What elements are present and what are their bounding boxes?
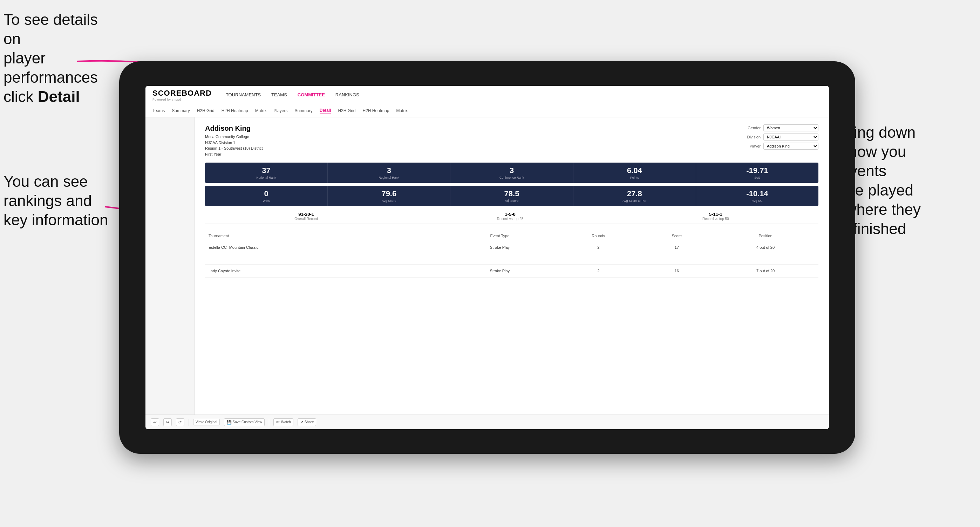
record-top25-value: 1-5-0 [497,212,523,217]
tab-summary2[interactable]: Summary [294,108,312,114]
stat-avg-score-par: 27.8 Avg Score to Par [573,186,696,206]
stats-row2: 0 Wins 79.6 Avg Score 78.5 Adj Score 27.… [205,186,818,206]
stat-points: 6.04 Points [573,163,696,183]
nav-teams[interactable]: TEAMS [271,90,287,99]
app-header: SCOREBOARD Powered by clippd TOURNAMENTS… [145,86,829,104]
stat-value-conference-rank: 3 [453,166,570,175]
save-custom-view-button[interactable]: 💾 Save Custom View [224,418,265,426]
share-button[interactable]: ↗ Share [298,418,317,426]
refresh-icon: ⟳ [178,420,182,425]
nav-committee[interactable]: COMMITTEE [298,90,325,99]
col-rounds: Rounds [556,231,641,241]
stat-adj-score: 78.5 Adj Score [450,186,573,206]
cell-score-1: 17 [641,241,713,254]
player-select[interactable]: Addison King [764,143,818,149]
main-content: Addison King Mesa Community College NJCA… [145,117,829,414]
cell-empty [205,254,818,265]
player-region: Region 1 - Southwest (18) District [205,145,262,151]
tablet-frame: SCOREBOARD Powered by clippd TOURNAMENTS… [119,61,855,454]
tab-teams[interactable]: Teams [153,108,165,114]
tab-matrix2[interactable]: Matrix [396,108,408,114]
cell-tournament-3: Lady Coyote Invite [205,265,444,278]
stat-label-points: Points [576,176,693,179]
player-label: Player [741,144,760,148]
stat-label-avg-sg: Avg SG [699,199,816,203]
records-row: 91-20-1 Overall Record 1-5-0 Record vs t… [205,209,818,224]
cell-event-type-3: Stroke Play [444,265,556,278]
stat-value-avg-score-par: 27.8 [576,189,693,198]
save-icon: 💾 [226,420,232,425]
tournament-table: Tournament Event Type Rounds Score Posit… [205,231,818,278]
stat-value-avg-score: 79.6 [331,189,447,198]
tab-summary[interactable]: Summary [172,108,189,114]
bottom-toolbar: ↩ ↪ ⟳ View: Original 💾 Save Custom View … [145,414,829,429]
gender-row: Gender Women Men [741,124,818,132]
undo-button[interactable]: ↩ [151,418,159,426]
redo-icon: ↪ [166,420,169,425]
cell-tournament-1: Estella CC- Mountain Classic [205,241,444,254]
stat-conference-rank: 3 Conference Rank [450,163,573,183]
tab-h2h-grid[interactable]: H2H Grid [197,108,215,114]
stat-label-regional-rank: Regional Rank [331,176,447,179]
record-overall-label: Overall Record [294,217,318,221]
tab-players[interactable]: Players [274,108,287,114]
stat-label-conference-rank: Conference Rank [453,176,570,179]
record-top25-label: Record vs top 25 [497,217,523,221]
watch-button[interactable]: 👁 Watch [274,418,293,426]
view-original-button[interactable]: View: Original [193,419,220,425]
player-row: Player Addison King [741,143,818,149]
player-info-section: Addison King Mesa Community College NJCA… [205,124,818,157]
record-overall-value: 91-20-1 [294,212,318,217]
scoreboard-logo: SCOREBOARD Powered by clippd [153,89,212,101]
table-row [205,254,818,265]
sub-nav: Teams Summary H2H Grid H2H Heatmap Matri… [145,104,829,117]
record-top50-value: 5-11-1 [702,212,729,217]
division-select[interactable]: NJCAA I NJCAA II [764,133,818,141]
share-label: Share [305,420,314,424]
table-row: Estella CC- Mountain Classic Stroke Play… [205,241,818,254]
division-row: Division NJCAA I NJCAA II [741,133,818,141]
player-division: NJCAA Division 1 [205,140,262,146]
stat-national-rank: 37 National Rank [205,163,328,183]
record-top50-label: Record vs top 50 [702,217,729,221]
cell-score-3: 16 [641,265,713,278]
logo-subtitle: Powered by clippd [153,98,212,101]
tab-h2h-heatmap2[interactable]: H2H Heatmap [363,108,389,114]
tab-matrix[interactable]: Matrix [255,108,267,114]
main-nav: TOURNAMENTS TEAMS COMMITTEE RANKINGS [226,90,359,99]
stats-row1: 37 National Rank 3 Regional Rank 3 Confe… [205,163,818,183]
stat-value-wins: 0 [208,189,325,198]
save-label: Save Custom View [233,420,262,424]
stat-label-sos: SoS [699,176,816,179]
stat-label-wins: Wins [208,199,325,203]
gender-select[interactable]: Women Men [764,124,818,132]
tab-h2h-grid2[interactable]: H2H Grid [338,108,355,114]
col-score: Score [641,231,713,241]
stat-value-points: 6.04 [576,166,693,175]
player-name: Addison King [205,124,262,132]
nav-rankings[interactable]: RANKINGS [336,90,359,99]
gender-label: Gender [741,126,760,130]
watch-label: Watch [281,420,291,424]
cell-position-1: 4 out of 20 [713,241,818,254]
stat-value-national-rank: 37 [208,166,325,175]
player-controls: Gender Women Men Division NJCAA I NJCAA … [741,124,818,157]
tab-h2h-heatmap[interactable]: H2H Heatmap [221,108,248,114]
cell-position-3: 7 out of 20 [713,265,818,278]
stat-regional-rank: 3 Regional Rank [328,163,450,183]
record-top50: 5-11-1 Record vs top 50 [702,212,729,221]
redo-button[interactable]: ↪ [163,418,172,426]
table-row: Lady Coyote Invite Stroke Play 2 16 7 ou… [205,265,818,278]
share-icon: ↗ [300,420,304,425]
tab-detail[interactable]: Detail [320,107,331,114]
nav-tournaments[interactable]: TOURNAMENTS [226,90,261,99]
col-event-type: Event Type [444,231,556,241]
col-tournament: Tournament [205,231,444,241]
undo-icon: ↩ [153,420,157,425]
stat-value-adj-score: 78.5 [453,189,570,198]
left-sidebar [145,117,194,414]
stat-label-national-rank: National Rank [208,176,325,179]
tablet-screen: SCOREBOARD Powered by clippd TOURNAMENTS… [145,86,829,429]
logo-text: SCOREBOARD [153,89,212,98]
refresh-button[interactable]: ⟳ [176,418,185,426]
